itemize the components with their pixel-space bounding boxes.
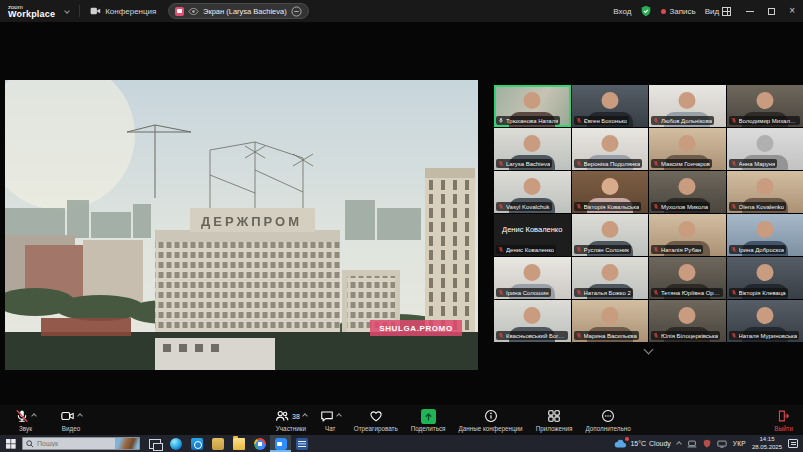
participant-name-tag: Денис Коваленко	[496, 245, 556, 254]
participant-tile[interactable]: Любов Дольнікова	[649, 85, 726, 127]
search-highlight-image[interactable]	[115, 438, 139, 449]
participant-tile[interactable]: Квасньовський Богдан	[494, 300, 571, 342]
taskbar-app-zoom[interactable]	[270, 435, 291, 452]
zoom-workplace-logo[interactable]: zoom Workplace	[8, 4, 55, 19]
participant-tile[interactable]: Руслан Солоник	[572, 214, 649, 256]
taskbar-search[interactable]	[22, 437, 140, 450]
security-shield-icon[interactable]	[640, 5, 652, 17]
close-icon[interactable]: ×	[789, 6, 795, 16]
video-button[interactable]: Видео	[57, 409, 85, 432]
participant-tile[interactable]: Вероніка Подолянка	[572, 128, 649, 170]
participant-name: Вікторія Клеваца	[739, 290, 786, 296]
participant-name: Vasyl Kovalchuk	[506, 204, 550, 210]
search-input[interactable]	[37, 440, 107, 447]
participant-tile[interactable]: Марина Васильєва	[572, 300, 649, 342]
participant-tile[interactable]: Денис Коваленко Денис Коваленко	[494, 214, 571, 256]
taskbar-app-word[interactable]	[291, 435, 312, 452]
participant-tile[interactable]: Наталія Рубан	[649, 214, 726, 256]
conference-tab-label: Конференция	[105, 7, 156, 16]
apps-button[interactable]: Приложения	[533, 409, 576, 432]
tray-hidden-icons-chevron[interactable]	[676, 441, 682, 447]
tray-laptop-icon[interactable]	[687, 440, 697, 448]
participant-tile[interactable]: Larysa Bachieva	[494, 128, 571, 170]
taskbar-app-chrome[interactable]	[249, 435, 270, 452]
weather-condition: Cloudy	[649, 440, 671, 447]
mic-muted-icon	[731, 160, 737, 167]
search-icon	[26, 440, 34, 448]
participant-name: Володимир Михальськ...	[739, 118, 799, 124]
participant-tile[interactable]: Юлія Білоцерківська	[649, 300, 726, 342]
react-button[interactable]: Отреагировать	[351, 409, 401, 432]
participant-name: Анна Маруня	[739, 161, 776, 167]
taskbar-weather[interactable]: 15°C Cloudy	[614, 439, 670, 449]
tray-display-icon[interactable]	[717, 440, 727, 448]
participants-button[interactable]: 38 Участники	[272, 409, 310, 432]
stop-share-icon[interactable]	[291, 6, 302, 17]
participant-tile[interactable]: Ірина Солошин	[494, 257, 571, 299]
mic-muted-icon	[653, 332, 659, 339]
participant-tile[interactable]: Євген Бохонько	[572, 85, 649, 127]
participant-tile[interactable]: Olena Kovalenko	[727, 171, 803, 213]
gallery-more-chevron-icon[interactable]	[644, 345, 654, 355]
taskbar-app-outlook[interactable]	[186, 435, 207, 452]
tray-antivirus-shield-icon[interactable]	[703, 439, 711, 448]
leave-button[interactable]: Выйти	[771, 409, 803, 432]
audio-options-chevron[interactable]	[31, 413, 37, 419]
participant-tile[interactable]: Анна Маруня	[727, 128, 803, 170]
participant-name-tag: Марина Васильєва	[574, 331, 639, 340]
video-label: Видео	[62, 425, 80, 432]
mic-muted-icon	[731, 246, 737, 253]
participant-name-tag: Євген Бохонько	[574, 116, 630, 125]
participant-tile[interactable]: Трюханова Наталя	[494, 85, 571, 127]
action-center-icon[interactable]	[788, 439, 798, 448]
participant-tile[interactable]: Vasyl Kovalchuk	[494, 171, 571, 213]
participant-tile[interactable]: Вікторія Ковальська	[572, 171, 649, 213]
taskbar-clock[interactable]: 14:15 28.05.2025	[752, 436, 782, 451]
more-button[interactable]: Дополнительно	[582, 409, 633, 432]
language-indicator[interactable]: УКР	[733, 440, 746, 447]
participant-name-tag: Vasyl Kovalchuk	[496, 202, 552, 211]
participants-options-chevron[interactable]	[302, 413, 308, 419]
eye-icon	[188, 8, 199, 15]
taskbar-app-explorer[interactable]	[228, 435, 249, 452]
video-options-chevron[interactable]	[77, 413, 83, 419]
signin-button[interactable]: Вход	[613, 7, 631, 16]
participant-tile[interactable]: Вікторія Клеваца	[727, 257, 803, 299]
weather-temp: 15°C	[630, 440, 646, 447]
chat-options-chevron[interactable]	[336, 413, 342, 419]
start-button[interactable]	[0, 435, 22, 452]
recording-indicator[interactable]: Запись	[661, 7, 695, 16]
participant-tile[interactable]: Мухолов Микола	[649, 171, 726, 213]
meeting-info-button[interactable]: Данные конференции	[456, 409, 526, 432]
participant-tile[interactable]: Максим Гончаров	[649, 128, 726, 170]
audio-button[interactable]: Звук	[12, 409, 39, 432]
store-icon	[212, 438, 224, 450]
leave-door-icon	[777, 409, 790, 423]
taskbar-app-edge[interactable]	[165, 435, 186, 452]
participant-name-tag: Трюханова Наталя	[496, 116, 560, 125]
participant-name-tag: Вероніка Подолянка	[574, 159, 643, 168]
participant-tile[interactable]: Ірина Доброскок	[727, 214, 803, 256]
share-button[interactable]: Поделиться	[408, 409, 449, 432]
minimize-icon[interactable]	[746, 11, 754, 12]
participant-tile[interactable]: Наталя Муриновська	[727, 300, 803, 342]
maximize-icon[interactable]	[768, 8, 775, 15]
taskbar-app-store[interactable]	[207, 435, 228, 452]
chat-button[interactable]: Чат	[317, 409, 344, 432]
taskbar-app-task-view[interactable]	[144, 435, 165, 452]
weather-alert-dot	[625, 437, 629, 441]
screen-share-indicator[interactable]: Экран (Larysa Bachieva)	[168, 3, 309, 19]
participant-name-tag: Володимир Михальськ...	[729, 116, 801, 125]
explorer-icon	[233, 438, 245, 450]
participant-tile[interactable]: Тетяна Юріївна Ороби...	[649, 257, 726, 299]
participant-name: Ірина Доброскок	[739, 247, 785, 253]
mic-muted-icon	[731, 332, 737, 339]
weather-cloud-icon	[614, 439, 627, 449]
participant-tile[interactable]: Наталья Божко 2	[572, 257, 649, 299]
tab-conference[interactable]: Конференция	[90, 6, 156, 16]
mic-muted-icon	[576, 160, 582, 167]
view-button[interactable]: Вид	[705, 7, 731, 16]
brand-chevron-icon[interactable]	[64, 8, 70, 14]
recording-label: Запись	[669, 7, 695, 16]
participant-tile[interactable]: Володимир Михальськ...	[727, 85, 803, 127]
